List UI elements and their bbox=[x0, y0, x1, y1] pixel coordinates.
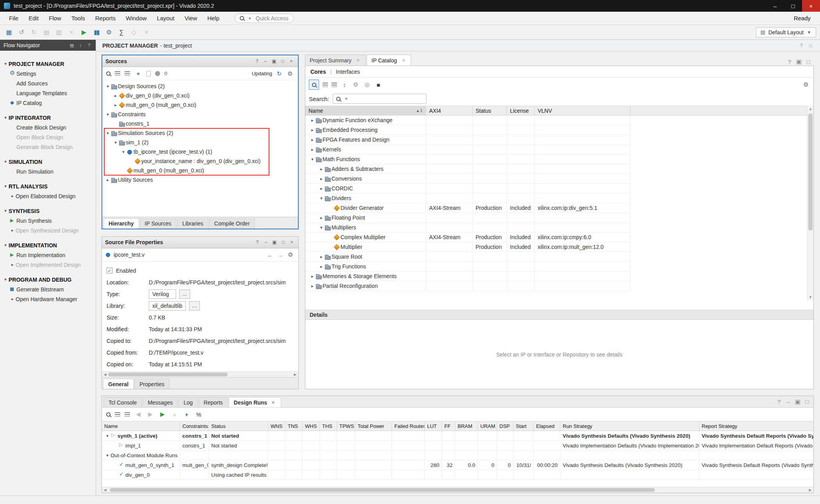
close-tab-icon[interactable] bbox=[270, 399, 276, 406]
tree-chevron-icon[interactable] bbox=[309, 128, 316, 133]
tree-chevron-icon[interactable] bbox=[309, 118, 316, 123]
horizontal-scrollbar[interactable] bbox=[102, 371, 298, 377]
tree-chevron-icon[interactable] bbox=[104, 433, 111, 438]
maximize-icon[interactable] bbox=[279, 58, 286, 65]
tree-chevron-icon[interactable] bbox=[2, 61, 9, 66]
help-icon[interactable] bbox=[86, 42, 92, 48]
settings-gear-icon[interactable] bbox=[287, 251, 294, 259]
float-icon[interactable] bbox=[271, 58, 278, 65]
collapse-icon[interactable] bbox=[784, 398, 792, 406]
stop-icon[interactable] bbox=[374, 81, 382, 89]
percent-icon[interactable] bbox=[195, 410, 203, 418]
tree-chevron-icon[interactable] bbox=[2, 277, 9, 282]
float-icon[interactable] bbox=[794, 398, 802, 406]
tree-chevron-icon[interactable] bbox=[2, 159, 9, 164]
column-header[interactable]: Run Strategy bbox=[560, 421, 699, 431]
forward-arrow-icon[interactable] bbox=[276, 251, 284, 259]
step-back-icon[interactable] bbox=[134, 410, 142, 418]
column-header[interactable]: BRAM bbox=[455, 421, 478, 431]
column-header[interactable]: Failed Routes bbox=[392, 421, 425, 431]
create-run-icon[interactable] bbox=[183, 410, 191, 418]
tree-chevron-icon[interactable] bbox=[309, 147, 316, 152]
tab-design-runs[interactable]: Design Runs bbox=[229, 397, 282, 407]
column-header-vlnv[interactable]: VLNV bbox=[535, 106, 631, 115]
flow-navigator-item[interactable]: Open Block Design bbox=[0, 132, 96, 142]
ip-catalog-row[interactable]: Trig Functions bbox=[305, 262, 813, 272]
ip-catalog-row[interactable]: Multipliers bbox=[305, 223, 813, 232]
scroll-right-icon[interactable] bbox=[807, 487, 813, 493]
ip-catalog-row[interactable]: Adders & Subtracters bbox=[305, 164, 813, 174]
tree-chevron-icon[interactable] bbox=[309, 274, 316, 279]
search-input[interactable] bbox=[333, 94, 426, 104]
flow-navigator-item[interactable]: SIMULATION bbox=[0, 157, 96, 167]
tree-chevron-icon[interactable] bbox=[105, 131, 111, 136]
scrollbar-thumb[interactable] bbox=[108, 373, 228, 376]
help-icon[interactable] bbox=[254, 239, 261, 246]
collapse-icon[interactable] bbox=[262, 239, 269, 246]
ip-catalog-row[interactable]: Memories & Storage Elements bbox=[305, 272, 813, 281]
design-run-row[interactable]: mult_gen_0_synth_1 mult_gen_0 synth_desi… bbox=[102, 460, 813, 470]
sigma-report-icon[interactable] bbox=[116, 27, 127, 37]
tab-general[interactable]: General bbox=[103, 379, 134, 389]
browse-dots-button[interactable] bbox=[179, 289, 190, 299]
column-header[interactable]: LUT bbox=[425, 421, 442, 431]
flow-navigator-item[interactable]: Generate Block Design bbox=[0, 142, 96, 152]
tree-chevron-icon[interactable] bbox=[318, 264, 324, 269]
column-header-axi4[interactable]: AXI4 bbox=[426, 106, 472, 115]
add-sources-icon[interactable] bbox=[134, 70, 142, 78]
menu-item[interactable]: Layout bbox=[152, 12, 180, 25]
sources-panel-header[interactable]: Sources bbox=[102, 55, 298, 67]
tree-chevron-icon[interactable] bbox=[9, 262, 16, 267]
step-forward-icon[interactable] bbox=[146, 410, 154, 418]
property-value[interactable]: Today at 14:15:51 PM bbox=[149, 361, 202, 367]
collapse-all-icon[interactable] bbox=[115, 71, 120, 76]
tree-chevron-icon[interactable] bbox=[318, 196, 324, 201]
search-icon[interactable] bbox=[106, 412, 111, 417]
flow-navigator-item[interactable]: IMPLEMENTATION bbox=[0, 240, 96, 250]
maximize-icon[interactable] bbox=[804, 58, 812, 66]
column-header[interactable]: Total Power bbox=[355, 421, 392, 431]
flow-navigator-item[interactable]: PROGRAM AND DEBUG bbox=[0, 275, 96, 284]
help-icon[interactable] bbox=[786, 58, 793, 66]
flow-navigator-item[interactable]: Open Synthesized Design bbox=[0, 225, 96, 235]
help-icon[interactable] bbox=[798, 43, 804, 49]
tree-item[interactable]: div_gen_0 (div_gen_0.xci) bbox=[102, 91, 298, 100]
column-header[interactable]: Constraints bbox=[180, 421, 209, 431]
expand-all-icon[interactable] bbox=[125, 71, 130, 76]
paste-icon[interactable] bbox=[54, 27, 64, 37]
tree-chevron-icon[interactable] bbox=[105, 177, 111, 183]
open-file-icon[interactable] bbox=[146, 71, 151, 76]
tab-messages[interactable]: Messages bbox=[143, 397, 178, 407]
tree-chevron-icon[interactable] bbox=[120, 149, 127, 154]
float-icon[interactable] bbox=[271, 239, 278, 246]
tree-chevron-icon[interactable] bbox=[309, 284, 316, 289]
column-header[interactable]: Status bbox=[209, 421, 268, 431]
copy-icon[interactable] bbox=[41, 27, 52, 37]
collapse-icon[interactable] bbox=[262, 58, 269, 65]
layout-selector[interactable]: Default Layout bbox=[756, 27, 816, 37]
column-header[interactable]: TNS bbox=[285, 421, 303, 431]
flow-navigator-item[interactable]: Create Block Design bbox=[0, 122, 96, 132]
design-run-row[interactable]: Out-of-Context Module Runs bbox=[102, 451, 813, 460]
search-icon[interactable] bbox=[106, 71, 111, 76]
tab-properties[interactable]: Properties bbox=[134, 379, 169, 389]
collapse-all-icon[interactable] bbox=[115, 412, 120, 417]
property-value[interactable]: xil_defaultlib bbox=[149, 301, 186, 311]
tab-hierarchy[interactable]: Hierarchy bbox=[103, 218, 139, 229]
ip-catalog-row[interactable]: Dynamic Function eXchange bbox=[305, 115, 813, 125]
column-header-name[interactable]: Name 1 bbox=[305, 106, 426, 115]
maximize-button[interactable] bbox=[784, 0, 802, 12]
run-icon[interactable] bbox=[79, 27, 89, 37]
column-header[interactable]: FF bbox=[442, 421, 455, 431]
column-header[interactable]: Elapsed bbox=[534, 421, 560, 431]
settings-gear-icon[interactable] bbox=[802, 81, 810, 89]
tree-chevron-icon[interactable] bbox=[2, 115, 9, 120]
tree-chevron-icon[interactable] bbox=[104, 453, 111, 458]
tree-chevron-icon[interactable] bbox=[2, 208, 9, 213]
tree-chevron-icon[interactable] bbox=[112, 140, 119, 145]
close-icon[interactable] bbox=[288, 58, 295, 65]
scrollbar-thumb[interactable] bbox=[808, 114, 813, 231]
tree-item[interactable]: your_instance_name : div_gen_0 (div_gen_… bbox=[102, 156, 298, 166]
tab-libraries[interactable]: Libraries bbox=[177, 218, 209, 229]
tree-item[interactable]: Constraints bbox=[102, 110, 298, 119]
